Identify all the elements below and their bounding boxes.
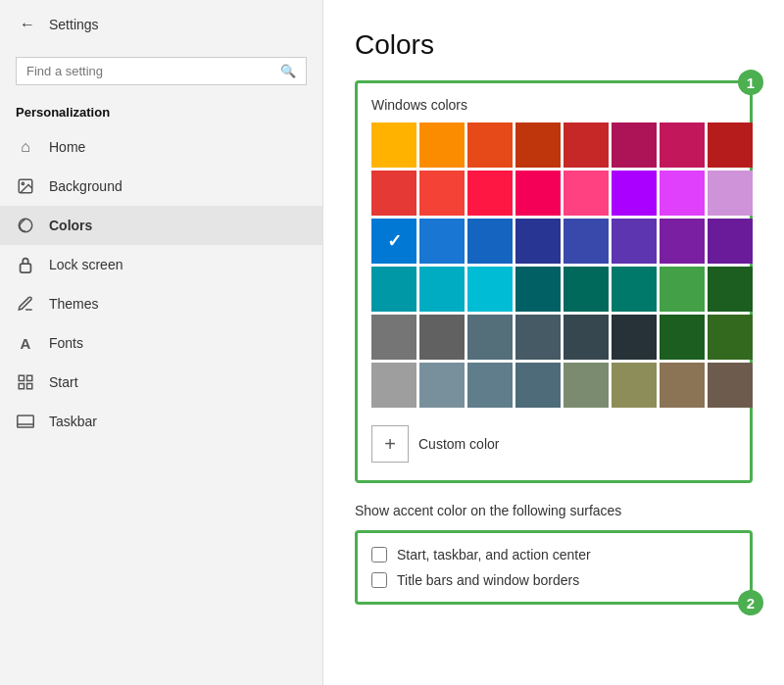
color-swatch[interactable]: [612, 122, 657, 168]
sidebar-item-taskbar-label: Taskbar: [49, 414, 97, 429]
accent-label: Show accent color on the following surfa…: [355, 503, 753, 518]
search-box: 🔍: [16, 57, 307, 85]
section-number-2: 2: [738, 590, 763, 615]
color-swatch[interactable]: [660, 122, 705, 168]
page-title: Colors: [355, 29, 753, 61]
color-swatch[interactable]: [419, 219, 465, 264]
svg-rect-3: [21, 264, 31, 272]
color-swatch[interactable]: [564, 267, 609, 312]
color-swatch[interactable]: [515, 363, 561, 408]
windows-colors-section: 1 Windows colors: [355, 80, 753, 483]
start-taskbar-checkbox[interactable]: [371, 547, 387, 563]
svg-rect-6: [27, 384, 32, 389]
color-swatch[interactable]: [660, 171, 705, 216]
color-swatch[interactable]: [708, 363, 753, 408]
home-icon: ⌂: [16, 137, 35, 157]
color-swatch[interactable]: [515, 219, 561, 264]
color-swatch[interactable]: [371, 171, 416, 216]
themes-icon: [16, 294, 35, 314]
color-swatch[interactable]: [467, 315, 513, 360]
sidebar-item-lockscreen[interactable]: Lock screen: [0, 245, 322, 284]
svg-rect-7: [19, 384, 24, 389]
color-swatch[interactable]: [467, 363, 513, 408]
color-swatch[interactable]: [564, 122, 609, 168]
color-swatch[interactable]: [419, 171, 465, 216]
color-swatch[interactable]: [467, 267, 513, 312]
color-swatch[interactable]: [515, 315, 561, 360]
personalization-label: Personalization: [0, 97, 322, 123]
taskbar-icon: [16, 412, 35, 431]
color-swatch[interactable]: [419, 315, 465, 360]
sidebar-item-fonts[interactable]: A Fonts: [0, 323, 322, 363]
sidebar-item-fonts-label: Fonts: [49, 335, 83, 351]
sidebar-item-colors-label: Colors: [49, 218, 92, 233]
color-swatch[interactable]: [612, 267, 657, 312]
color-swatch[interactable]: [612, 363, 657, 408]
color-swatch[interactable]: [419, 267, 465, 312]
sidebar-item-taskbar[interactable]: Taskbar: [0, 402, 322, 441]
settings-title: Settings: [49, 17, 99, 32]
custom-color-label: Custom color: [418, 436, 499, 452]
accent-surfaces-section: 2 Start, taskbar, and action center Titl…: [355, 530, 753, 605]
color-swatch[interactable]: [515, 267, 561, 312]
lock-icon: [16, 255, 35, 274]
color-swatch[interactable]: [708, 122, 753, 168]
color-swatch[interactable]: [660, 219, 705, 264]
sidebar: ← Settings 🔍 Personalization ⌂ Home Back…: [0, 0, 323, 685]
color-swatch[interactable]: [564, 171, 609, 216]
nav-list: ⌂ Home Background Colors Lock screen T: [0, 127, 322, 441]
main-content: Colors 1 Windows colors: [323, 0, 784, 685]
color-swatch[interactable]: [371, 315, 416, 360]
color-swatch[interactable]: [419, 122, 465, 168]
color-swatch[interactable]: [564, 219, 609, 264]
title-bars-checkbox[interactable]: [371, 572, 387, 588]
color-swatch[interactable]: [564, 363, 609, 408]
color-swatch[interactable]: [419, 363, 465, 408]
windows-colors-label: Windows colors: [371, 97, 736, 113]
color-swatch[interactable]: [708, 171, 753, 216]
search-input[interactable]: [26, 64, 272, 78]
section-number-1: 1: [738, 70, 763, 95]
color-swatch[interactable]: [467, 171, 513, 216]
color-swatch[interactable]: [660, 315, 705, 360]
sidebar-item-colors[interactable]: Colors: [0, 206, 322, 245]
color-swatch[interactable]: [612, 171, 657, 216]
color-swatch[interactable]: [612, 219, 657, 264]
title-bars-label[interactable]: Title bars and window borders: [397, 572, 579, 588]
color-swatch[interactable]: [660, 267, 705, 312]
sidebar-item-background[interactable]: Background: [0, 167, 322, 206]
color-swatch[interactable]: [467, 122, 513, 168]
svg-point-1: [22, 182, 24, 184]
color-swatch[interactable]: [515, 171, 561, 216]
svg-rect-4: [19, 375, 24, 380]
sidebar-item-themes-label: Themes: [49, 296, 99, 312]
sidebar-item-background-label: Background: [49, 178, 122, 194]
checkbox-item-title-bars: Title bars and window borders: [371, 572, 736, 588]
color-swatch[interactable]: [660, 363, 705, 408]
sidebar-item-start[interactable]: Start: [0, 363, 322, 402]
background-icon: [16, 176, 35, 196]
color-swatch[interactable]: [708, 267, 753, 312]
color-swatch[interactable]: [371, 363, 416, 408]
color-swatch[interactable]: [564, 315, 609, 360]
color-swatch[interactable]: [467, 219, 513, 264]
sidebar-item-lockscreen-label: Lock screen: [49, 257, 122, 272]
sidebar-header: ← Settings: [0, 0, 322, 49]
sidebar-item-themes[interactable]: Themes: [0, 284, 322, 323]
color-swatch[interactable]: [371, 267, 416, 312]
color-swatch[interactable]: [708, 315, 753, 360]
color-swatch[interactable]: [708, 219, 753, 264]
start-icon: [16, 372, 35, 392]
svg-rect-8: [18, 416, 34, 427]
color-swatch[interactable]: [612, 315, 657, 360]
svg-rect-5: [27, 375, 32, 380]
back-button[interactable]: ←: [16, 12, 39, 37]
color-swatch[interactable]: [371, 122, 416, 168]
start-taskbar-label[interactable]: Start, taskbar, and action center: [397, 547, 591, 563]
search-icon[interactable]: 🔍: [280, 64, 296, 78]
checkbox-item-start-taskbar: Start, taskbar, and action center: [371, 547, 736, 563]
sidebar-item-home[interactable]: ⌂ Home: [0, 127, 322, 167]
color-swatch-selected[interactable]: [371, 219, 416, 264]
custom-color-button[interactable]: + Custom color: [371, 421, 499, 466]
color-swatch[interactable]: [515, 122, 561, 168]
